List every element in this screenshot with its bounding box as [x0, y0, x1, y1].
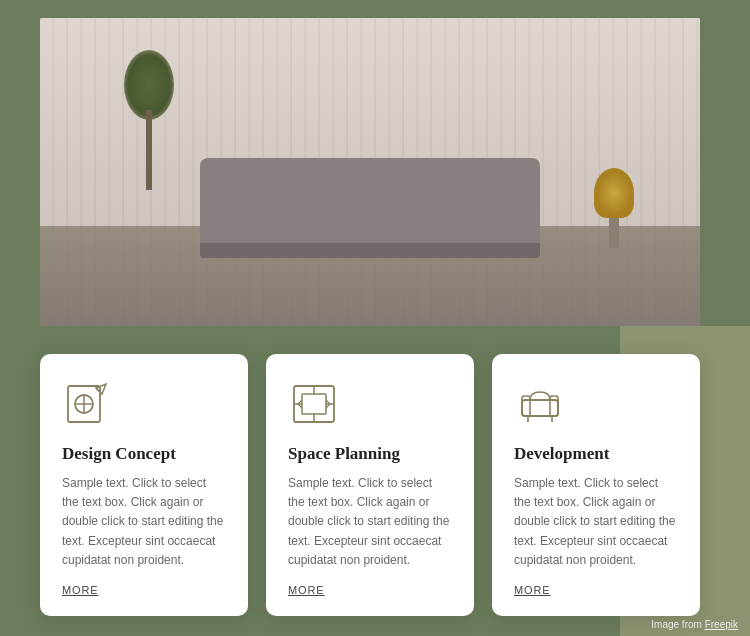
card-design-concept-link[interactable]: MORE [62, 584, 226, 596]
card-development-link[interactable]: MORE [514, 584, 678, 596]
lamp-shade [594, 168, 634, 218]
svg-rect-12 [522, 396, 530, 416]
svg-rect-13 [550, 396, 558, 416]
design-concept-icon [62, 378, 114, 430]
plant-shape [119, 50, 179, 190]
svg-line-4 [96, 388, 102, 394]
space-planning-icon [288, 378, 340, 430]
card-space-planning-title: Space Planning [288, 444, 452, 464]
development-icon [514, 378, 566, 430]
freepik-credit-text: Image from [651, 619, 704, 630]
card-space-planning-text: Sample text. Click to select the text bo… [288, 474, 452, 570]
hero-image [40, 18, 700, 338]
card-development-text: Sample text. Click to select the text bo… [514, 474, 678, 570]
freepik-link[interactable]: Freepik [705, 619, 738, 630]
card-development-title: Development [514, 444, 678, 464]
page-wrapper: Design Concept Sample text. Click to sel… [0, 0, 750, 636]
svg-rect-6 [302, 394, 326, 414]
sofa-shape [200, 158, 540, 248]
lamp-base [609, 218, 619, 248]
lamp-shape [594, 168, 634, 248]
hero-inner [40, 18, 700, 338]
plant-trunk [146, 110, 152, 190]
card-design-concept-text: Sample text. Click to select the text bo… [62, 474, 226, 570]
card-space-planning: Space Planning Sample text. Click to sel… [266, 354, 474, 616]
card-space-planning-link[interactable]: MORE [288, 584, 452, 596]
card-design-concept-title: Design Concept [62, 444, 226, 464]
card-design-concept: Design Concept Sample text. Click to sel… [40, 354, 248, 616]
freepik-credit: Image from Freepik [651, 619, 738, 630]
svg-rect-11 [522, 400, 558, 416]
card-development: Development Sample text. Click to select… [492, 354, 700, 616]
cards-section: Design Concept Sample text. Click to sel… [40, 354, 700, 616]
